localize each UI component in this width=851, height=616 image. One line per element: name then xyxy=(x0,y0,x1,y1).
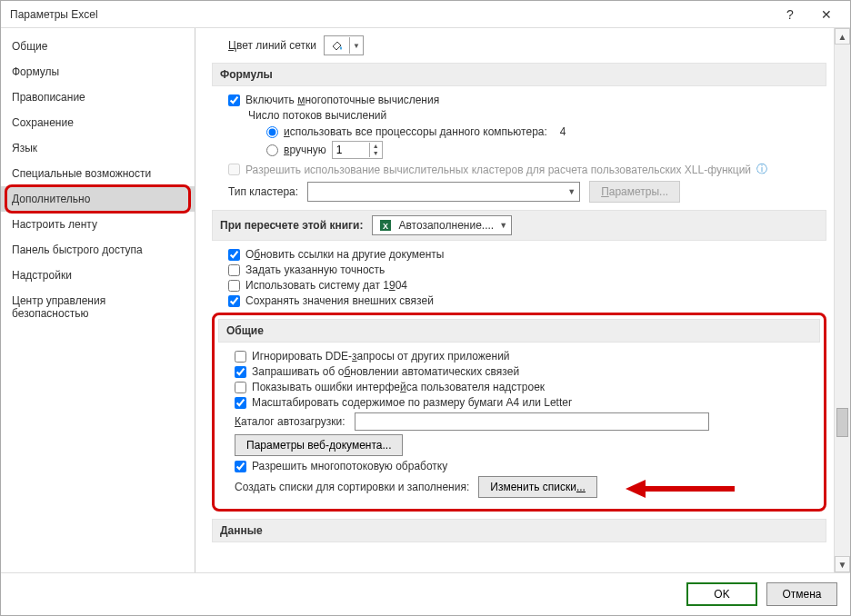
section-formulas: Формулы xyxy=(212,63,826,86)
excel-file-icon: X xyxy=(378,218,393,233)
general-section-highlight: Общие Игнорировать DDE-запросы от других… xyxy=(212,313,826,512)
category-sidebar: Общие Формулы Правописание Сохранение Яз… xyxy=(1,28,195,572)
update-links-row: Обновить ссылки на другие документы xyxy=(228,248,826,261)
manual-threads-spinner[interactable]: ▲▼ xyxy=(332,141,383,159)
web-doc-params-button[interactable]: Параметры веб-документа... xyxy=(235,434,403,456)
autoload-dir-input[interactable] xyxy=(355,412,709,431)
sidebar-item-formulas[interactable]: Формулы xyxy=(1,59,195,84)
vertical-scrollbar[interactable]: ▲ ▼ xyxy=(834,28,850,572)
info-icon[interactable]: ⓘ xyxy=(756,162,767,177)
cluster-type-dropdown[interactable]: ▼ xyxy=(307,182,580,202)
cluster-type-label: Тип кластера: xyxy=(228,185,298,198)
use-all-processors-radio[interactable] xyxy=(266,126,278,138)
dropdown-arrow-icon: ▼ xyxy=(499,221,507,230)
allow-clusters-checkbox xyxy=(228,164,240,175)
gridline-color-picker[interactable]: ▼ xyxy=(324,35,364,55)
scale-a4-label: Масштабировать содержимое по размеру бум… xyxy=(252,396,572,409)
advanced-content: Цвет линий сетки ▼ Формулы Включить мног… xyxy=(195,28,834,572)
autoload-dir-label: Каталог автозагрузки: xyxy=(235,415,345,428)
multithread-processing-row: Разрешить многопотоковую обработку xyxy=(235,460,820,472)
update-links-label: Обновить ссылки на другие документы xyxy=(245,248,444,261)
autoload-dir-row: Каталог автозагрузки: xyxy=(235,412,820,431)
gridline-color-row: Цвет линий сетки ▼ xyxy=(228,35,826,55)
manual-threads-input[interactable] xyxy=(333,144,369,156)
section-recalc: При пересчете этой книги: X Автозаполнен… xyxy=(212,210,826,241)
ignore-dde-label: Игнорировать DDE-запросы от других прило… xyxy=(252,350,510,363)
custom-lists-label: Создать списки для сортировки и заполнен… xyxy=(235,481,469,493)
set-precision-label: Задать указанную точность xyxy=(245,263,385,276)
multithread-processing-label: Разрешить многопотоковую обработку xyxy=(252,460,447,472)
sidebar-item-advanced[interactable]: Дополнительно xyxy=(1,186,195,212)
date-1904-label: Использовать систему дат 1904 xyxy=(245,279,407,292)
ignore-dde-row: Игнорировать DDE-запросы от других прило… xyxy=(235,350,820,363)
enable-multithread-calc-checkbox[interactable] xyxy=(228,94,240,106)
manual-threads-radio[interactable] xyxy=(266,144,278,156)
save-external-row: Сохранять значения внешних связей xyxy=(228,294,826,307)
sidebar-item-customize-ribbon[interactable]: Настроить ленту xyxy=(1,212,195,237)
svg-marker-3 xyxy=(626,480,646,498)
manual-threads-row: вручную ▲▼ xyxy=(266,141,826,159)
scroll-thumb[interactable] xyxy=(836,408,848,437)
save-external-label: Сохранять значения внешних связей xyxy=(245,294,434,307)
dialog-footer: OK Отмена xyxy=(1,572,850,615)
annotation-arrow-icon xyxy=(626,478,735,500)
dropdown-arrow-icon: ▼ xyxy=(350,42,363,50)
dialog-body: Общие Формулы Правописание Сохранение Яз… xyxy=(1,28,850,572)
date-1904-checkbox[interactable] xyxy=(228,280,240,292)
sidebar-item-save[interactable]: Сохранение xyxy=(1,110,195,135)
content-wrap: Цвет линий сетки ▼ Формулы Включить мног… xyxy=(195,28,850,572)
sidebar-item-general[interactable]: Общие xyxy=(1,34,195,59)
section-data: Данные xyxy=(212,519,826,542)
cluster-params-button: Параметры... xyxy=(589,181,680,203)
dialog-title: Параметры Excel xyxy=(10,8,772,21)
workbook-name: Автозаполнение.... xyxy=(398,219,494,232)
scroll-down-button[interactable]: ▼ xyxy=(835,556,850,572)
edit-custom-lists-button[interactable]: Изменить списки... xyxy=(478,476,597,498)
multithread-processing-checkbox[interactable] xyxy=(235,461,246,472)
section-general: Общие xyxy=(218,319,820,343)
help-button[interactable]: ? xyxy=(772,2,808,27)
set-precision-checkbox[interactable] xyxy=(228,264,240,276)
sidebar-item-trust-center[interactable]: Центр управления безопасностью xyxy=(1,288,195,326)
use-all-processors-row: использовать все процессоры данного комп… xyxy=(266,125,826,138)
allow-clusters-label: Разрешить использование вычислительных к… xyxy=(245,164,751,176)
dropdown-arrow-icon: ▼ xyxy=(567,187,576,196)
workbook-dropdown[interactable]: X Автозаполнение.... ▼ xyxy=(372,215,512,235)
ok-button[interactable]: OK xyxy=(686,582,757,606)
cancel-button[interactable]: Отмена xyxy=(766,582,837,606)
section-recalc-label: При пересчете этой книги: xyxy=(220,219,363,232)
processor-count-value: 4 xyxy=(560,125,566,138)
scale-a4-row: Масштабировать содержимое по размеру бум… xyxy=(235,396,820,409)
close-button[interactable]: ✕ xyxy=(808,2,845,27)
enable-multithread-calc-row: Включить многопоточные вычисления xyxy=(228,94,826,106)
titlebar: Параметры Excel ? ✕ xyxy=(1,1,850,28)
update-links-checkbox[interactable] xyxy=(228,249,240,261)
ignore-dde-checkbox[interactable] xyxy=(235,351,246,363)
scale-a4-checkbox[interactable] xyxy=(235,397,246,409)
sidebar-item-proofing[interactable]: Правописание xyxy=(1,84,195,110)
paint-bucket-icon xyxy=(325,37,350,54)
allow-clusters-row: Разрешить использование вычислительных к… xyxy=(228,162,826,177)
thread-count-label: Число потоков вычислений xyxy=(248,109,826,122)
use-all-processors-label: использовать все процессоры данного комп… xyxy=(284,125,547,138)
spin-up-icon[interactable]: ▲ xyxy=(370,143,382,150)
ask-update-links-label: Запрашивать об обновлении автоматических… xyxy=(252,365,519,378)
sidebar-item-accessibility[interactable]: Специальные возможности xyxy=(1,161,195,186)
ask-update-links-row: Запрашивать об обновлении автоматических… xyxy=(235,365,820,378)
ask-update-links-checkbox[interactable] xyxy=(235,366,246,378)
scroll-up-button[interactable]: ▲ xyxy=(835,28,850,45)
spin-down-icon[interactable]: ▼ xyxy=(370,150,382,157)
save-external-checkbox[interactable] xyxy=(228,295,240,307)
sidebar-item-language[interactable]: Язык xyxy=(1,135,195,161)
custom-lists-row: Создать списки для сортировки и заполнен… xyxy=(235,476,820,498)
cluster-type-row: Тип кластера: ▼ Параметры... xyxy=(228,181,826,203)
web-doc-params-row: Параметры веб-документа... xyxy=(235,434,820,456)
gridline-color-label: Цвет линий сетки xyxy=(228,39,316,52)
set-precision-row: Задать указанную точность xyxy=(228,263,826,276)
show-addin-errors-checkbox[interactable] xyxy=(235,382,246,393)
show-addin-errors-label: Показывать ошибки интерфейса пользовател… xyxy=(252,381,545,393)
manual-threads-label: вручную xyxy=(284,144,326,156)
sidebar-item-quick-access[interactable]: Панель быстрого доступа xyxy=(1,237,195,263)
sidebar-item-addins[interactable]: Надстройки xyxy=(1,263,195,288)
enable-multithread-calc-label: Включить многопоточные вычисления xyxy=(245,94,439,106)
